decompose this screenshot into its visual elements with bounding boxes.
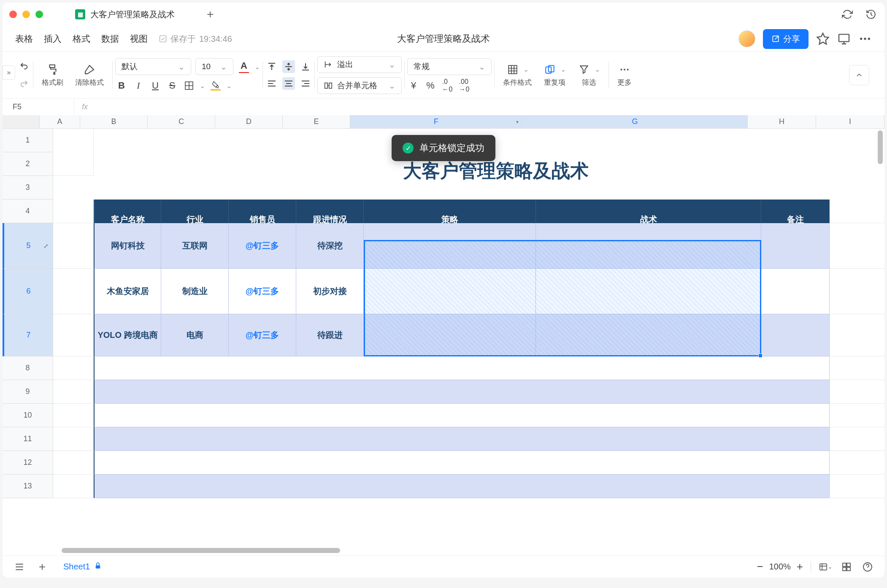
row-header-13[interactable]: 13: [3, 475, 53, 498]
undo-icon[interactable]: [18, 60, 30, 73]
outline-icon[interactable]: [13, 560, 26, 574]
table-cell-r1-c2[interactable]: @钉三多: [229, 223, 296, 269]
table-cell-r3-c3[interactable]: 待跟进: [296, 314, 364, 356]
col-header-H[interactable]: H: [748, 115, 816, 128]
fill-color-icon[interactable]: [209, 79, 222, 92]
cell-a13[interactable]: [53, 475, 94, 498]
sidebar-expand-button[interactable]: »: [3, 65, 15, 80]
cell-a9[interactable]: [53, 380, 94, 404]
cell-a12[interactable]: [53, 451, 94, 475]
cell-i13[interactable]: [830, 475, 884, 498]
align-right-icon[interactable]: [299, 77, 312, 90]
text-overflow-select[interactable]: 溢出⌄: [317, 56, 402, 73]
table-cell-r2-c3[interactable]: 初步对接: [296, 269, 364, 314]
row-header-11[interactable]: 11: [3, 427, 53, 451]
table-cell-r3-c1[interactable]: 电商: [161, 314, 229, 356]
table-cell-r2-c0[interactable]: 木鱼安家居: [94, 269, 161, 314]
cell-a7[interactable]: [53, 314, 94, 356]
italic-icon[interactable]: I: [132, 79, 145, 92]
vertical-scrollbar[interactable]: [878, 130, 883, 164]
new-tab-button[interactable]: +: [207, 8, 214, 21]
table-cell-r2-c5[interactable]: [536, 269, 761, 314]
filter-icon[interactable]: [578, 63, 590, 76]
star-icon[interactable]: [816, 32, 830, 46]
row-header-3[interactable]: 3: [3, 176, 53, 200]
cell-i10[interactable]: [830, 404, 884, 427]
cell-a1[interactable]: [53, 129, 94, 176]
horizontal-scrollbar[interactable]: [62, 548, 340, 553]
percent-icon[interactable]: %: [424, 79, 437, 92]
border-icon[interactable]: [183, 79, 195, 92]
col-header-D[interactable]: D: [215, 115, 283, 128]
table-cell-r2-c1[interactable]: 制造业: [161, 269, 229, 314]
empty-row-9[interactable]: [94, 380, 830, 404]
border-dropdown[interactable]: ⌄: [200, 82, 205, 90]
underline-icon[interactable]: U: [149, 79, 162, 92]
empty-row-8[interactable]: [94, 356, 830, 380]
sync-icon[interactable]: [841, 8, 854, 21]
menu-format[interactable]: 格式: [73, 33, 90, 45]
col-header-A[interactable]: A: [40, 115, 80, 128]
history-icon[interactable]: [864, 8, 878, 21]
table-cell-r3-c0[interactable]: YOLO 跨境电商: [94, 314, 161, 356]
cell-i5[interactable]: [830, 223, 884, 269]
table-cell-r1-c5[interactable]: [536, 223, 761, 269]
row-header-10[interactable]: 10: [3, 404, 53, 427]
formula-input[interactable]: [95, 102, 884, 111]
col-header-C[interactable]: C: [148, 115, 215, 128]
conditional-format-icon[interactable]: [506, 63, 519, 76]
row-header-9[interactable]: 9: [3, 380, 53, 404]
cell-a6[interactable]: [53, 269, 94, 314]
help-icon[interactable]: [861, 560, 874, 574]
valign-middle-icon[interactable]: [282, 60, 295, 73]
menu-data[interactable]: 数据: [101, 33, 119, 45]
valign-top-icon[interactable]: [265, 60, 278, 73]
cell-reference-box[interactable]: F5: [3, 99, 74, 115]
cell-a11[interactable]: [53, 427, 94, 451]
table-cell-r3-c6[interactable]: [761, 314, 830, 356]
menu-insert[interactable]: 插入: [44, 33, 62, 45]
table-cell-r1-c1[interactable]: 互联网: [161, 223, 229, 269]
row-header-7[interactable]: 7: [3, 314, 53, 356]
empty-row-11[interactable]: [94, 427, 830, 451]
row-header-6[interactable]: 6: [3, 269, 53, 314]
cell-a4[interactable]: [53, 200, 94, 223]
strikethrough-icon[interactable]: S: [166, 79, 178, 92]
cell-i12[interactable]: [830, 451, 884, 475]
cell-i7[interactable]: [830, 314, 884, 356]
minimize-window-button[interactable]: [22, 11, 30, 18]
zoom-in-button[interactable]: +: [797, 560, 803, 573]
clear-format-icon[interactable]: [83, 63, 96, 76]
col-header-B[interactable]: B: [80, 115, 148, 128]
font-size-select[interactable]: 10⌄: [195, 58, 233, 75]
align-center-icon[interactable]: [282, 77, 295, 90]
table-cell-r1-c4[interactable]: [364, 223, 536, 269]
toolbar-collapse-button[interactable]: [849, 65, 869, 85]
font-color-icon[interactable]: A: [238, 60, 250, 73]
more-tools-icon[interactable]: [618, 63, 631, 76]
decimal-increase-icon[interactable]: .00→0: [458, 79, 471, 92]
menu-view[interactable]: 视图: [130, 33, 148, 45]
row-header-4[interactable]: 4: [3, 200, 53, 223]
empty-row-13[interactable]: [94, 475, 830, 498]
empty-row-10[interactable]: [94, 404, 830, 427]
table-cell-r2-c2[interactable]: @钉三多: [229, 269, 296, 314]
add-sheet-icon[interactable]: +: [35, 560, 49, 574]
cell-a5[interactable]: [53, 223, 94, 269]
valign-bottom-icon[interactable]: [299, 60, 312, 73]
font-color-dropdown[interactable]: ⌄: [254, 63, 260, 71]
bold-icon[interactable]: B: [115, 79, 128, 92]
table-cell-r3-c2[interactable]: @钉三多: [229, 314, 296, 356]
grid-view-icon[interactable]: [840, 560, 853, 574]
empty-row-12[interactable]: [94, 451, 830, 475]
fill-color-dropdown[interactable]: ⌄: [226, 82, 232, 90]
table-cell-r1-c3[interactable]: 待深挖: [296, 223, 364, 269]
decimal-decrease-icon[interactable]: .0←0: [441, 79, 454, 92]
table-cell-r2-c4[interactable]: [364, 269, 536, 314]
maximize-window-button[interactable]: [35, 11, 43, 18]
user-avatar[interactable]: [738, 30, 755, 47]
more-menu-icon[interactable]: [858, 32, 872, 46]
table-cell-r1-c0[interactable]: 网钉科技: [94, 223, 161, 269]
cell-i4[interactable]: [830, 200, 884, 223]
col-header-E[interactable]: E: [283, 115, 350, 128]
